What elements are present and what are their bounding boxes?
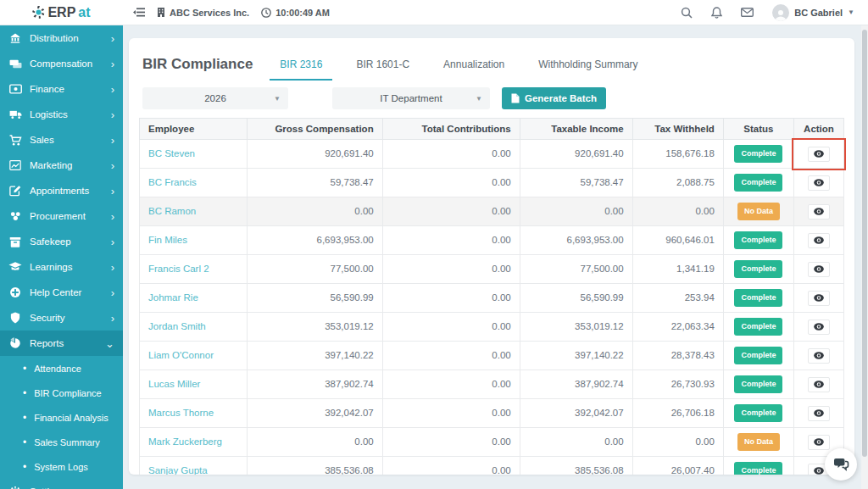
- eye-icon: [814, 352, 824, 359]
- chevron-right-icon: ›: [111, 186, 114, 197]
- chat-button[interactable]: [825, 448, 857, 481]
- avatar: [772, 4, 789, 21]
- column-header-employee: Employee: [140, 119, 248, 140]
- sidebar-item-distribution[interactable]: Distribution ›: [0, 25, 123, 51]
- employee-link[interactable]: Liam O'Connor: [140, 342, 248, 370]
- report-card: BIR Compliance BIR 2316BIR 1601-CAnnuali…: [129, 38, 854, 475]
- company-selector[interactable]: ABC Services Inc.: [157, 8, 249, 18]
- chevron-right-icon: ›: [111, 287, 114, 298]
- submenu-item-bir-compliance[interactable]: • BIR Compliance: [0, 381, 123, 405]
- view-action-button[interactable]: [808, 377, 830, 392]
- employee-link[interactable]: Sanjay Gupta: [140, 457, 248, 475]
- tab-bir-1601-c[interactable]: BIR 1601-C: [354, 48, 411, 81]
- employee-link[interactable]: Francis Carl 2: [140, 255, 248, 284]
- employee-link[interactable]: BC Steven: [140, 140, 248, 169]
- sidebar-item-label: Compensation: [30, 58, 111, 69]
- scrollbar-thumb[interactable]: [862, 30, 867, 457]
- department-select[interactable]: IT Department ▼: [332, 87, 490, 109]
- view-action-button[interactable]: [808, 233, 830, 248]
- tab-annualization[interactable]: Annualization: [442, 48, 506, 81]
- sidebar: Distribution › Compensation › Finance › …: [0, 25, 123, 489]
- sidebar-item-settings[interactable]: Settings: [0, 479, 123, 489]
- gross-compensation-value: 56,590.99: [248, 284, 383, 313]
- table-row: Jordan Smith 353,019.12 0.00 353,019.12 …: [140, 313, 844, 342]
- table-row: Fin Miles 6,693,953.00 0.00 6,693,953.00…: [140, 226, 844, 255]
- submenu-item-attendance[interactable]: • Attendance: [0, 356, 123, 381]
- sidebar-item-procurement[interactable]: Procurement ›: [0, 203, 123, 229]
- tab-withholding-summary[interactable]: Withholding Summary: [537, 48, 639, 81]
- building-icon: [157, 8, 165, 17]
- page-title: BIR Compliance: [142, 56, 253, 73]
- sidebar-item-appointments[interactable]: Appointments ›: [0, 178, 123, 203]
- total-contributions-value: 0.00: [382, 457, 520, 475]
- view-action-button[interactable]: [808, 262, 830, 277]
- view-action-button[interactable]: [808, 320, 830, 335]
- submenu-item-financial-analysis[interactable]: • Financial Analysis: [0, 405, 123, 430]
- tax-withheld-value: 22,063.34: [632, 313, 723, 342]
- employee-link[interactable]: BC Francis: [140, 169, 248, 197]
- chevron-right-icon: ›: [111, 33, 114, 44]
- tax-withheld-value: 26,706.18: [632, 399, 723, 428]
- chevron-right-icon: ›: [111, 58, 114, 69]
- year-select[interactable]: 2026 ▼: [142, 87, 288, 109]
- sidebar-item-marketing[interactable]: Marketing ›: [0, 153, 123, 178]
- column-header-taxable-income: Taxable Income: [520, 119, 632, 140]
- taxable-income-value: 59,738.47: [520, 169, 632, 197]
- submenu-item-system-logs[interactable]: • System Logs: [0, 454, 123, 479]
- sidebar-item-learnings[interactable]: Learnings ›: [0, 254, 123, 280]
- chevron-right-icon: ›: [111, 236, 114, 247]
- sidebar-item-security[interactable]: Security ›: [0, 305, 123, 331]
- tax-withheld-value: 26,730.93: [632, 370, 723, 399]
- table-row: BC Francis 59,738.47 0.00 59,738.47 2,08…: [140, 169, 844, 197]
- view-action-button[interactable]: [808, 348, 830, 364]
- employee-link[interactable]: Lucas Miller: [140, 370, 248, 399]
- employee-link[interactable]: Jordan Smith: [140, 313, 248, 342]
- gross-compensation-value: 59,738.47: [248, 169, 383, 197]
- view-action-button[interactable]: [808, 175, 830, 191]
- sidebar-menu: Distribution › Compensation › Finance › …: [0, 25, 123, 331]
- sidebar-item-compensation[interactable]: Compensation ›: [0, 51, 123, 76]
- sidebar-item-logistics[interactable]: Logistics ›: [0, 102, 123, 127]
- generate-batch-label: Generate Batch: [525, 93, 597, 103]
- sidebar-item-help-center[interactable]: Help Center ›: [0, 280, 123, 305]
- notifications-bell-icon[interactable]: [711, 7, 722, 19]
- employee-link[interactable]: Fin Miles: [140, 226, 248, 255]
- employee-link[interactable]: BC Ramon: [140, 197, 248, 226]
- generate-batch-button[interactable]: Generate Batch: [502, 87, 606, 109]
- bank-icon: [8, 32, 22, 44]
- gross-compensation-value: 392,042.07: [248, 399, 383, 428]
- sidebar-toggle-icon[interactable]: [133, 8, 145, 17]
- view-action-button[interactable]: [808, 435, 830, 450]
- messages-envelope-icon[interactable]: [741, 8, 754, 17]
- current-time: 10:00:49 AM: [275, 8, 330, 18]
- column-header-status: Status: [723, 119, 793, 140]
- status-badge: Complete: [734, 375, 782, 393]
- eye-icon: [814, 236, 824, 244]
- sidebar-item-label: Logistics: [30, 109, 111, 119]
- app-logo[interactable]: ERPat: [0, 5, 123, 20]
- view-action-button[interactable]: [808, 291, 830, 306]
- status-badge: No Data: [737, 203, 780, 220]
- tab-bir-2316[interactable]: BIR 2316: [278, 48, 324, 81]
- employee-link[interactable]: Mark Zuckerberg: [140, 428, 248, 457]
- tax-withheld-value: 1,341.19: [632, 255, 723, 284]
- sidebar-item-sales[interactable]: Sales ›: [0, 127, 123, 153]
- view-action-button[interactable]: [808, 147, 830, 162]
- user-menu[interactable]: BC Gabriel ▼: [772, 4, 854, 21]
- status-badge: Complete: [734, 462, 782, 475]
- gross-compensation-value: 6,693,953.00: [248, 226, 383, 255]
- sidebar-item-safekeep[interactable]: Safekeep ›: [0, 229, 123, 254]
- tax-withheld-value: 0.00: [632, 197, 723, 226]
- submenu-item-sales-summary[interactable]: • Sales Summary: [0, 430, 123, 454]
- sidebar-item-label: Procurement: [30, 211, 111, 221]
- sidebar-item-finance[interactable]: Finance ›: [0, 76, 123, 102]
- finance-icon: [8, 84, 22, 94]
- employee-link[interactable]: Marcus Thorne: [140, 399, 248, 428]
- view-action-button[interactable]: [808, 406, 830, 421]
- year-select-value: 2026: [204, 93, 226, 103]
- employee-link[interactable]: Johmar Rie: [140, 284, 248, 313]
- sidebar-item-reports[interactable]: Reports ⌄: [0, 331, 123, 356]
- view-action-button[interactable]: [808, 204, 830, 219]
- bullet-icon: •: [23, 461, 26, 473]
- search-icon[interactable]: [681, 7, 693, 19]
